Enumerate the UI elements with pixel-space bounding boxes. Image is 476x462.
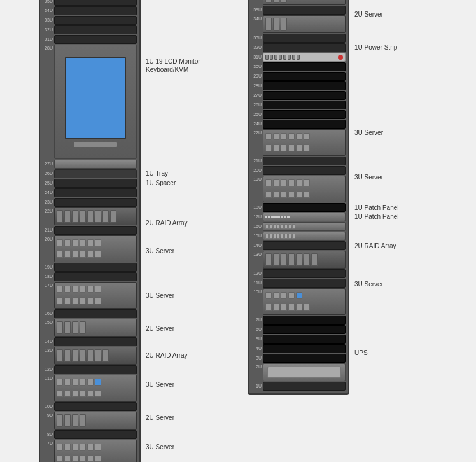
server-3u-7 [54,440,137,463]
left-rack-inner: 42U 41U 40U 39U 38U [43,0,137,462]
server-3u-17 [54,282,137,309]
r-rack-unit-16: 16U [251,222,346,231]
label-spacer-8 [146,429,228,438]
lcd-monitor [54,45,137,159]
rack-unit-14: 14U [43,337,137,346]
r-rack-unit-20: 20U [251,166,346,175]
r-server-2u-34 [263,15,346,33]
label-7: 3U Server [146,438,228,463]
r-label-text-31: 1U Power Strip [354,43,397,52]
rack-unit-10: 10U [43,402,137,411]
r-rack-unit-4: 4U [251,344,346,353]
r-label-text-19: 3U Server [354,173,383,181]
label-text-11: 3U Server [146,381,174,389]
r-raid-array-13 [263,251,346,269]
label-26: 1U Spacer [146,179,228,188]
rack-unit-34: 34U [43,6,137,15]
label-spacer-25-23 [146,188,228,215]
rack-unit-19: 19U [43,263,137,272]
r-rack-unit-24: 24U [251,120,346,129]
r-label-text-22: 3U Server [354,129,383,137]
r-rack-unit-1: 1U [251,382,346,391]
r-rack-unit-3: 3U [251,354,346,363]
rack-unit-15-server: 15U [43,319,137,337]
lcd-bezel [74,142,116,147]
r-label-spacer-7-3 [354,302,437,346]
r-label-spacer-1 [354,364,437,373]
tray-27 [54,160,137,169]
r-rack-unit-21: 21U [251,157,346,165]
r-rack-unit-31: 31U [251,53,346,62]
rack-unit-12: 12U [43,365,137,374]
server-2u-15 [54,319,137,337]
label-13: 2U RAID Array [146,349,228,367]
left-rack: 42U 41U 40U 39U 38U [39,0,141,462]
r-rack-unit-22-server: 22U [251,129,346,156]
label-text-20: 3U Server [146,247,174,255]
label-text-27: 1U Tray [146,170,168,177]
r-rack-unit-7: 7U [251,316,346,325]
r-label-2: UPS [354,346,437,364]
rack-unit-13-raid: 13U [43,347,137,365]
label-text-9: 2U Server [146,414,174,422]
raid-array-13 [54,347,137,365]
label-spacer-38-29 [146,0,228,55]
label-spacer-14 [146,340,228,349]
label-spacer-16 [146,313,228,322]
rack-unit-9-server: 9U [43,412,137,430]
rack-unit-28-lcd: 28U [43,45,137,159]
rack-unit-17-server: 17U [43,282,137,309]
label-text-7: 3U Server [146,443,174,451]
r-rack-unit-30: 30U [251,62,346,71]
r-label-text-13: 2U RAID Array [354,242,396,250]
rack-unit-31: 31U [43,35,137,44]
rack-unit-35: 35U [43,0,137,6]
label-27: 1U Tray [146,169,228,178]
rack-unit-22-raid: 22U [43,207,137,225]
r-rack-unit-2-ups: 2U [251,363,346,381]
rack-unit-26: 26U [43,169,137,178]
r-label-text-2: UPS [354,349,368,357]
rack-unit-18: 18U [43,272,137,281]
r-rack-unit-35: 35U [251,6,346,15]
r-label-34: 2U Server [354,8,437,25]
rack-unit-11-server: 11U [43,375,137,402]
server-2u-9 [54,412,137,430]
r-rack-unit-17: 17U [251,213,346,221]
patch-panel-16 [263,222,346,231]
label-15: 2U Server [146,322,228,340]
server-3u-20 [54,235,137,262]
patch-panel-15 [263,232,346,241]
r-rack-unit-15: 15U [251,232,346,241]
r-label-15 [354,221,437,230]
r-label-spacer-14 [354,230,437,239]
label-spacer-12 [146,367,228,375]
r-label-13: 2U RAID Array [354,239,437,257]
rack-unit-24: 24U [43,188,137,197]
main-container: 42U 41U 40U 39U 38U [32,0,444,462]
r-rack-unit-36-server: 36U [251,0,346,5]
r-rack-unit-25: 25U [251,110,346,119]
label-text-15: 2U Server [146,325,174,333]
server-3u-11 [54,375,137,402]
r-rack-unit-11: 11U [251,279,346,288]
right-rack-section: 42U 41U 40U 39U 3 [248,0,437,395]
right-rack: 42U 41U 40U 39U 3 [248,0,349,395]
power-strip-31 [263,53,346,62]
raid-array-22 [54,207,137,225]
label-spacer-10 [146,402,228,411]
r-rack-unit-14: 14U [251,241,346,250]
label-17: 3U Server [146,286,228,313]
rack-unit-23: 23U [43,198,137,207]
right-rack-inner: 42U 41U 40U 39U 3 [251,0,346,391]
r-ups-2 [263,363,346,381]
rack-unit-33: 33U [43,16,137,25]
r-label-16: 1U Patch Panel [354,213,437,221]
r-rack-unit-13-raid: 13U [251,251,346,269]
r-rack-unit-19-server: 19U [251,176,346,202]
r-rack-unit-33: 33U [251,34,346,43]
label-text-22: 2U RAID Array [146,219,188,227]
r-rack-unit-12: 12U [251,269,346,278]
label-9: 2U Server [146,411,228,429]
r-label-10: 3U Server [354,275,437,302]
